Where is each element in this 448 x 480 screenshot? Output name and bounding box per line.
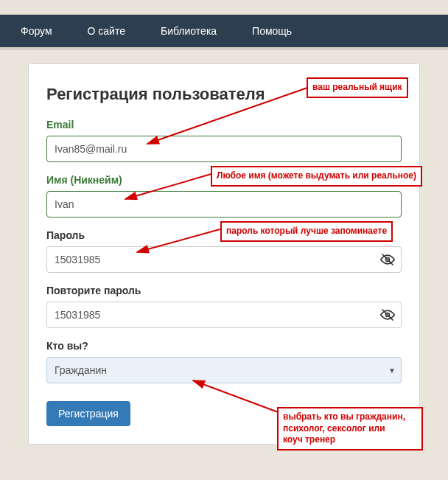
nav-item-help[interactable]: Помощь — [234, 15, 309, 47]
form-group-password2: Повторите пароль — [46, 285, 402, 328]
password2-label: Повторите пароль — [46, 285, 402, 296]
name-field[interactable] — [46, 191, 402, 218]
annotation-email: ваш реальный ящик — [307, 77, 408, 98]
nav-item-library[interactable]: Библиотека — [143, 15, 234, 47]
top-spacer — [0, 0, 448, 15]
role-select[interactable]: Гражданин — [46, 357, 402, 383]
main-nav: Форум О сайте Библиотека Помощь — [0, 15, 448, 47]
annotation-password: пароль который лучше запоминаете — [220, 221, 393, 242]
password-field[interactable] — [46, 246, 402, 273]
email-field[interactable] — [46, 136, 402, 162]
register-button[interactable]: Регистрация — [46, 401, 130, 426]
toggle-password-visibility-icon[interactable] — [379, 251, 396, 268]
nav-item-about[interactable]: О сайте — [70, 15, 143, 47]
form-group-role: Кто вы? Гражданин ▼ — [46, 340, 402, 383]
password2-field[interactable] — [46, 302, 402, 328]
form-group-email: Email — [46, 119, 402, 162]
annotation-name: Любое имя (можете выдумать или реальное) — [211, 166, 422, 187]
nav-item-forum[interactable]: Форум — [3, 15, 70, 47]
role-label: Кто вы? — [46, 340, 402, 352]
registration-panel: Регистрация пользователя Email Имя (Никн… — [28, 63, 420, 445]
email-label: Email — [46, 119, 402, 131]
annotation-role: выбрать кто вы гражданин, психолог, секс… — [277, 407, 423, 451]
toggle-password2-visibility-icon[interactable] — [379, 307, 396, 323]
